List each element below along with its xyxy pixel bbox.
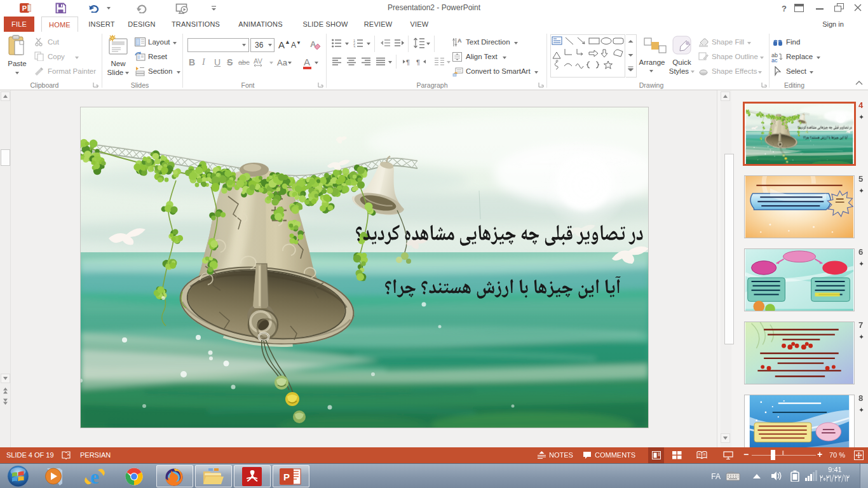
svg-text:¶: ¶ bbox=[406, 58, 410, 66]
svg-text:e: e bbox=[90, 466, 99, 487]
svg-text:A: A bbox=[458, 37, 462, 44]
svg-text:¶: ¶ bbox=[416, 58, 420, 66]
svg-text:ac: ac bbox=[771, 57, 778, 62]
svg-text:P: P bbox=[283, 471, 290, 482]
svg-text:3: 3 bbox=[353, 45, 355, 48]
svg-text:?: ? bbox=[782, 4, 787, 13]
svg-text:AV: AV bbox=[254, 57, 263, 65]
